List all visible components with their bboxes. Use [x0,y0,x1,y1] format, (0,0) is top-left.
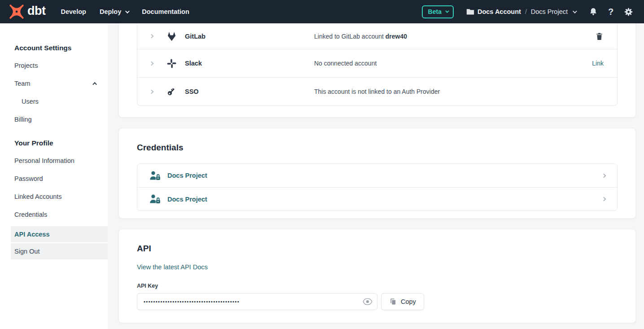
sidebar-item-password[interactable]: Password [11,170,108,188]
notifications-bell-icon[interactable] [587,6,599,18]
key-icon [166,87,177,97]
gitlab-username: drew40 [386,33,407,40]
dbt-logo-icon [9,4,24,19]
slack-link-button[interactable]: Link [592,60,604,67]
settings-gear-icon[interactable] [622,6,634,18]
linked-account-row-sso: SSO This account is not linked to an Aut… [137,77,617,105]
reveal-eye-icon[interactable] [362,297,373,307]
breadcrumb-account[interactable]: Docs Account [478,8,521,15]
help-icon[interactable]: ? [605,6,617,18]
copy-button[interactable]: Copy [381,293,424,310]
copy-icon [389,298,397,306]
linked-accounts-list: GitLab Linked to GitLab account drew40 [137,23,618,106]
dbt-logo[interactable]: dbt [9,4,45,19]
linked-account-row-gitlab: GitLab Linked to GitLab account drew40 [137,23,617,49]
linked-accounts-card: GitLab Linked to GitLab account drew40 [118,23,636,118]
api-title: API [137,244,618,254]
chevron-right-icon [602,174,605,177]
credentials-title: Credentials [137,143,618,153]
sidebar-item-credentials[interactable]: Credentials [11,206,108,224]
unlink-trash-icon[interactable] [595,32,604,41]
api-key-input[interactable] [137,293,377,310]
credential-row[interactable]: Docs Project [137,187,617,211]
sidebar-item-linked-accounts[interactable]: Linked Accounts [11,188,108,206]
api-card: API View the latest API Docs API Key [118,229,636,323]
expand-chevron-right-icon[interactable] [147,90,155,93]
top-navbar: dbt Develop Deploy Documentation Beta Do… [0,0,644,23]
chevron-down-icon [445,9,449,13]
breadcrumb-separator: / [524,8,528,15]
expand-chevron-right-icon[interactable] [147,35,155,38]
slack-icon [166,59,177,68]
api-docs-link[interactable]: View the latest API Docs [137,263,208,271]
nav-link-develop[interactable]: Develop [61,8,86,15]
brand-wordmark: dbt [27,5,45,18]
chevron-down-icon [573,9,577,13]
main-content: GitLab Linked to GitLab account drew40 [108,23,644,329]
api-key-label: API Key [137,283,618,289]
breadcrumb: Docs Account / Docs Project [466,8,576,15]
breadcrumb-project-selector[interactable]: Docs Project [531,8,568,15]
sidebar-item-projects[interactable]: Projects [11,57,108,75]
user-lock-icon [149,171,161,181]
sidebar-item-api-access[interactable]: API Access [11,226,108,242]
gitlab-icon [166,31,177,41]
chevron-right-icon [602,197,605,201]
credentials-list: Docs Project Docs Project [137,163,618,211]
sidebar-heading-your-profile: Your Profile [11,139,108,147]
credential-row[interactable]: Docs Project [137,164,617,187]
credentials-card: Credentials Docs Project [118,128,636,219]
chevron-down-icon [125,9,130,13]
user-lock-icon [149,194,161,204]
settings-sidebar: Account Settings Projects Team Users Bil… [0,23,108,329]
sidebar-item-users[interactable]: Users [11,92,108,110]
expand-chevron-right-icon[interactable] [147,62,155,65]
sidebar-item-billing[interactable]: Billing [11,110,108,128]
folder-icon [466,8,474,15]
sidebar-item-team[interactable]: Team [11,75,108,92]
sidebar-item-sign-out[interactable]: Sign Out [11,243,108,259]
beta-dropdown-button[interactable]: Beta [422,5,454,18]
sidebar-heading-account-settings: Account Settings [11,44,108,52]
nav-link-documentation[interactable]: Documentation [142,8,189,15]
linked-account-row-slack: Slack No connected account Link [137,49,617,77]
chevron-up-icon [92,82,97,86]
sidebar-item-personal-information[interactable]: Personal Information [11,152,108,170]
nav-link-deploy[interactable]: Deploy [100,8,128,15]
